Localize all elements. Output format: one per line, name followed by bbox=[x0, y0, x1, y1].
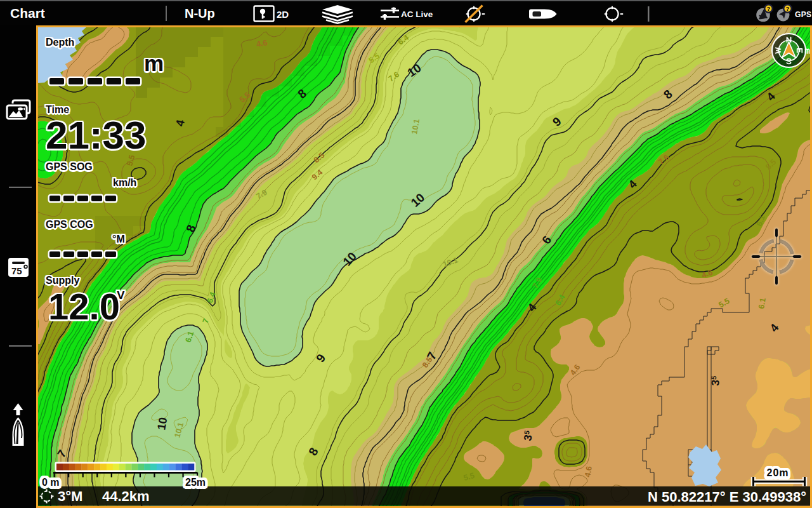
svg-text:75: 75 bbox=[11, 265, 22, 276]
svg-text:?: ? bbox=[767, 5, 771, 12]
svg-text:?: ? bbox=[786, 5, 790, 12]
